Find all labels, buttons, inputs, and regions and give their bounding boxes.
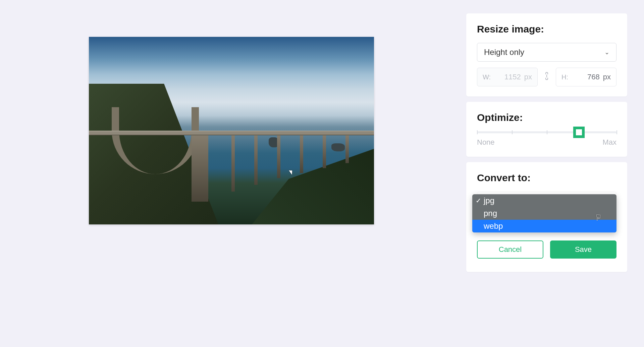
save-button[interactable]: Save [550,240,616,259]
bridge-pylon [277,135,280,178]
bridge-arch [112,107,199,174]
slider-thumb[interactable] [573,127,585,138]
format-option-png[interactable]: png [472,207,616,220]
image-preview-area [0,13,446,334]
cancel-button[interactable]: Cancel [477,240,543,259]
slider-min-label: None [477,138,495,147]
format-option-label: png [484,209,497,218]
slider-labels: None Max [477,138,616,147]
slider-tick [512,130,513,134]
cursor-hand-icon: ☟ [596,213,601,223]
width-value: 1152 [504,73,521,81]
height-input[interactable]: H: 768 px [556,68,616,86]
dimensions-row: W: 1152 px H: 768 px [477,68,616,86]
format-option-label: webp [484,221,503,231]
link-icon[interactable] [544,72,550,82]
bridge-pylon [254,135,258,185]
optimize-title: Optimize: [477,112,616,123]
slider-max-label: Max [602,138,616,147]
format-option-webp[interactable]: webp [472,220,616,232]
cancel-button-label: Cancel [499,245,522,254]
bridge-pylon [300,135,303,173]
width-input: W: 1152 px [477,68,538,86]
optimize-card: Optimize: None Max [466,102,627,157]
resize-mode-value: Height only [484,48,524,57]
format-option-jpg[interactable]: jpg [472,194,616,207]
save-button-label: Save [575,245,592,254]
width-label: W: [483,73,491,81]
slider-tick [477,130,478,134]
bridge-pylon [323,135,326,168]
height-label: H: [561,73,568,81]
resize-title: Resize image: [477,23,616,35]
bridge-pylon [192,135,208,202]
resize-card: Resize image: Height only ⌄ W: 1152 px H… [466,13,627,96]
sea-rock [331,143,345,151]
slider-tick [616,130,617,134]
settings-panel: Resize image: Height only ⌄ W: 1152 px H… [466,13,627,334]
bridge-pylon [231,135,235,192]
action-buttons: Cancel Save [477,240,616,259]
format-dropdown[interactable]: jpg png webp ☟ [472,194,616,232]
slider-tick [547,130,547,134]
preview-image [89,37,374,224]
height-value: 768 [587,73,600,81]
width-unit: px [524,73,532,81]
optimize-slider[interactable] [477,131,616,133]
bridge-pylon [345,135,349,163]
format-option-label: jpg [484,196,494,205]
bridge-deck [89,131,374,135]
convert-title: Convert to: [477,172,616,184]
convert-card: Convert to: jpg ⌄ jpg png webp ☟ Cancel … [466,162,627,272]
height-unit: px [603,73,611,81]
resize-mode-select[interactable]: Height only ⌄ [477,43,616,62]
chevron-down-icon: ⌄ [604,49,609,56]
